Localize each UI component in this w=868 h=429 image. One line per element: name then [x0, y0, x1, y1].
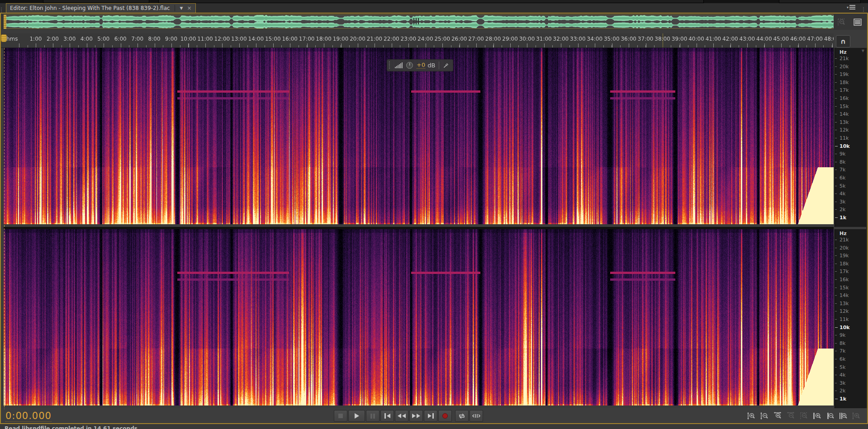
editor-file-tab[interactable]: Editor: Elton John - Sleeping With The P…: [6, 3, 196, 13]
rewind-button[interactable]: [395, 410, 408, 422]
zoom-to-selection-button[interactable]: [837, 410, 849, 422]
frequency-tick: [835, 130, 837, 130]
ruler-time-label: 7:00: [131, 36, 143, 42]
tab-dropdown-icon[interactable]: ▼: [178, 6, 185, 10]
skip-selection-button[interactable]: [470, 410, 483, 422]
gain-value[interactable]: +0: [417, 62, 425, 69]
frequency-tick: [835, 146, 838, 146]
frequency-label: 17k: [840, 269, 849, 274]
zoom-out-full-button[interactable]: [798, 410, 810, 422]
playhead-handle[interactable]: [1, 34, 7, 42]
frequency-label: 2k: [840, 388, 845, 394]
gain-knob[interactable]: [406, 62, 413, 69]
frequency-scale-right-channel[interactable]: Hz21k20k19k18k17k16k15k14k13k12k11k10k9k…: [835, 229, 866, 408]
frequency-tick: [835, 271, 837, 272]
frequency-label: 11k: [840, 135, 849, 141]
ruler-time-label: 5:00: [97, 36, 109, 42]
frequency-tick: [835, 66, 837, 67]
range-selector-left-handle[interactable]: [4, 14, 6, 29]
pin-icon[interactable]: [443, 62, 449, 69]
ruler-time-label: 46:00: [790, 36, 806, 42]
frequency-label: 12k: [840, 127, 849, 133]
frequency-label: 21k: [840, 237, 849, 243]
frequency-label: 19k: [840, 253, 849, 259]
frequency-unit-label: Hz: [840, 231, 847, 236]
ruler-time-label: 2:00: [47, 36, 59, 42]
ruler-time-label: 22:00: [384, 36, 399, 42]
overview-zoom-out-full-button[interactable]: [835, 16, 847, 28]
frequency-tick: [835, 193, 837, 194]
frequency-tick: [835, 351, 837, 351]
frequency-label: 12k: [840, 308, 849, 314]
snap-toggle-button[interactable]: ∩: [836, 35, 850, 47]
range-selector-center-grip[interactable]: [413, 18, 419, 24]
frequency-tick: [835, 367, 837, 368]
zoom-in-time-button[interactable]: [772, 410, 783, 422]
zoom-in-at-out-point-button[interactable]: [824, 410, 836, 422]
zoom-in-amplitude-button[interactable]: [745, 410, 757, 422]
pause-button[interactable]: [366, 410, 379, 422]
current-time-display[interactable]: 0:00.000: [5, 410, 52, 422]
frequency-label: 3k: [840, 380, 845, 386]
panel-menu-button[interactable]: ▾: [847, 5, 855, 9]
ruler-time-label: 23:00: [401, 36, 417, 42]
scale-scroll-arrow-icon[interactable]: ▼: [862, 49, 864, 53]
hud-drag-grip[interactable]: [389, 61, 391, 69]
ruler-time-label: 36:00: [621, 36, 636, 42]
frequency-tick: [835, 209, 837, 210]
frequency-label: 20k: [840, 245, 849, 250]
stop-button[interactable]: [334, 410, 347, 422]
frequency-label: 13k: [840, 300, 849, 306]
zoom-in-at-in-point-button[interactable]: [811, 410, 823, 422]
ruler-time-label: 12:00: [214, 36, 230, 42]
panel-edge: [779, 0, 861, 3]
volume-bars-icon: [395, 62, 403, 68]
ruler-time-label: 37:00: [638, 36, 654, 42]
frequency-tick: [835, 359, 837, 359]
frequency-tick: [835, 98, 837, 99]
ruler-time-label: 6:00: [114, 36, 127, 42]
ruler-time-label: 30:00: [519, 36, 535, 42]
ruler-time-label: 47:00: [807, 36, 823, 42]
frequency-label: 13k: [840, 119, 849, 125]
tab-close-icon[interactable]: ×: [185, 5, 194, 11]
frequency-scale-left-channel[interactable]: ▼ Hz21k20k19k18k17k16k15k14k13k12k11k10k…: [835, 48, 866, 227]
frequency-label: 6k: [840, 356, 845, 362]
frequency-label: 5k: [840, 364, 845, 370]
move-cti-to-next-button[interactable]: [424, 410, 437, 422]
record-button[interactable]: [438, 410, 452, 422]
chevron-down-icon: ▾: [847, 5, 849, 9]
ruler-time-label: 3:00: [63, 36, 76, 42]
panel-right-edge: [866, 48, 867, 408]
panel-drag-grip[interactable]: [1, 8, 3, 14]
move-cti-to-previous-button[interactable]: [380, 410, 394, 422]
frequency-tick: [835, 303, 837, 304]
spectrogram-right-channel[interactable]: [4, 229, 834, 405]
zoom-out-amplitude-button[interactable]: [759, 410, 770, 422]
frequency-tick: [835, 399, 838, 399]
frequency-tick: [835, 311, 837, 311]
play-button[interactable]: [348, 410, 365, 422]
ruler-major-ticks: [19, 43, 834, 47]
ruler-time-label: 24:00: [417, 36, 433, 42]
zoom-out-time-button[interactable]: [785, 410, 797, 422]
timeline-ruler[interactable]: hms 1:002:003:004:005:006:007:008:009:00…: [1, 33, 834, 48]
ruler-time-label: 11:00: [197, 36, 213, 42]
frequency-label: 1k: [840, 396, 846, 402]
ruler-time-label: 39:00: [672, 36, 688, 42]
panel-drag-grip[interactable]: [863, 7, 865, 14]
zoom-navigator-row: [1, 14, 867, 30]
fast-forward-button[interactable]: [409, 410, 423, 422]
ruler-time-label: 42:00: [722, 36, 738, 42]
editor-tab-bar: Editor: Elton John - Sleeping With The P…: [0, 3, 868, 13]
ruler-time-label: 27:00: [468, 36, 484, 42]
reset-vertical-zoom-button[interactable]: [850, 410, 862, 422]
editor-display-menu-button[interactable]: [852, 16, 863, 28]
volume-hud[interactable]: +0 dB: [387, 59, 453, 71]
spectrogram-left-channel[interactable]: [4, 48, 834, 224]
frequency-tick: [835, 90, 837, 90]
loop-playback-button[interactable]: [455, 410, 469, 422]
ruler-time-label: 26:00: [451, 36, 467, 42]
ruler-time-label: 43:00: [740, 36, 755, 42]
frequency-label: 6k: [840, 175, 845, 181]
